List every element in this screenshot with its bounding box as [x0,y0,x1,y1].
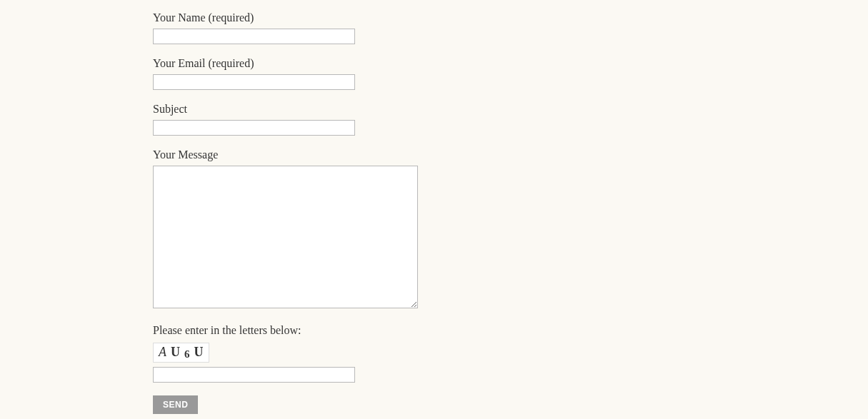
message-group: Your Message [153,148,653,311]
message-textarea[interactable] [153,166,418,308]
subject-group: Subject [153,103,653,136]
captcha-char-1: U [171,345,180,360]
name-group: Your Name (required) [153,11,653,44]
captcha-char-0: A [159,345,166,360]
captcha-group: Please enter in the letters below: A U 6… [153,324,653,383]
subject-input[interactable] [153,120,355,136]
name-input[interactable] [153,29,355,44]
captcha-label: Please enter in the letters below: [153,324,653,337]
subject-label: Subject [153,103,653,116]
captcha-image: A U 6 U [153,343,209,363]
email-label: Your Email (required) [153,57,653,70]
contact-form: Your Name (required) Your Email (require… [153,11,653,414]
email-group: Your Email (required) [153,57,653,90]
name-label: Your Name (required) [153,11,653,24]
message-label: Your Message [153,148,653,161]
captcha-char-2: 6 [184,348,190,360]
captcha-char-3: U [194,345,204,360]
send-button[interactable]: SEND [153,395,198,414]
email-input[interactable] [153,74,355,90]
captcha-input[interactable] [153,367,355,383]
